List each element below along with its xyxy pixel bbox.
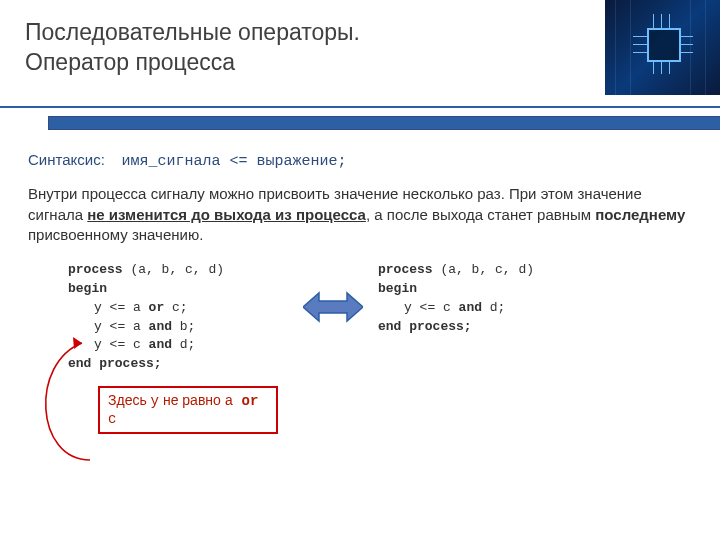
- title-underline: [0, 106, 720, 108]
- double-arrow-icon: [303, 289, 363, 325]
- code-example-right: process (a, b, c, d) begin y <= c and d;…: [378, 261, 598, 336]
- equivalence-arrow: [288, 261, 378, 325]
- syntax-line: Синтаксис: имя_сигнала <= выражение;: [28, 150, 692, 172]
- explanation-paragraph: Внутри процесса сигналу можно присвоить …: [28, 184, 692, 245]
- syntax-code: имя_сигнала <= выражение;: [122, 153, 347, 170]
- title-bar: [48, 116, 720, 130]
- slide-content: Синтаксис: имя_сигнала <= выражение; Вну…: [0, 130, 720, 434]
- title-line-2: Оператор процесса: [25, 49, 235, 75]
- code-example-left: process (a, b, c, d) begin y <= a or c; …: [68, 261, 288, 374]
- para-mid: , а после выхода станет равным: [366, 206, 595, 223]
- syntax-label: Синтаксис:: [28, 151, 105, 168]
- header-decorative-image: [605, 0, 720, 95]
- title-line-1: Последовательные операторы.: [25, 19, 360, 45]
- svg-marker-0: [303, 293, 363, 321]
- code-columns: process (a, b, c, d) begin y <= a or c; …: [28, 261, 692, 374]
- para-bold: последнему: [595, 206, 685, 223]
- para-bold-underline: не изменится до выхода из процесса: [87, 206, 366, 223]
- para-post: присвоенному значению.: [28, 226, 203, 243]
- callout-box: Здесь y не равно a or c: [98, 386, 278, 434]
- slide-header: Последовательные операторы. Оператор про…: [0, 0, 720, 100]
